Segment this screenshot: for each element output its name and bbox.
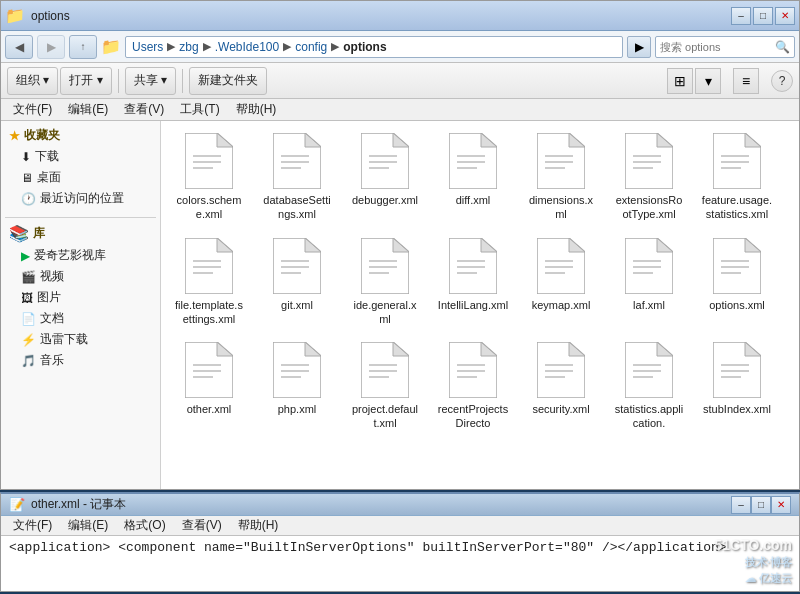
search-box: 🔍 (655, 36, 795, 58)
view-details-button[interactable]: ≡ (733, 68, 759, 94)
file-item[interactable]: IntelliLang.xml (433, 234, 513, 331)
menu-edit[interactable]: 编辑(E) (60, 99, 116, 120)
new-folder-button[interactable]: 新建文件夹 (189, 67, 267, 95)
share-button[interactable]: 共享 ▾ (125, 67, 176, 95)
maximize-button[interactable]: □ (753, 7, 773, 25)
file-item[interactable]: stubIndex.xml (697, 338, 777, 435)
file-item[interactable]: laf.xml (609, 234, 689, 331)
file-item[interactable]: ide.general.xml (345, 234, 425, 331)
address-path[interactable]: Users ▶ zbg ▶ .WebIde100 ▶ config ▶ opti… (125, 36, 623, 58)
svg-rect-2 (193, 155, 221, 157)
notepad-menu-help[interactable]: 帮助(H) (230, 515, 287, 536)
sidebar-item-music[interactable]: 🎵 音乐 (5, 350, 156, 371)
notepad-maximize[interactable]: □ (751, 496, 771, 514)
svg-rect-8 (281, 161, 309, 163)
path-config[interactable]: config (295, 40, 327, 54)
file-item[interactable]: debugger.xml (345, 129, 425, 226)
sidebar-item-download[interactable]: ⬇ 下载 (5, 146, 156, 167)
sidebar-item-desktop[interactable]: 🖥 桌面 (5, 167, 156, 188)
up-button[interactable]: ↑ (69, 35, 97, 59)
svg-marker-26 (657, 133, 673, 147)
file-item[interactable]: statistics.application. (609, 338, 689, 435)
search-input[interactable] (660, 41, 771, 53)
minimize-button[interactable]: – (731, 7, 751, 25)
svg-marker-91 (569, 342, 585, 356)
svg-rect-37 (193, 260, 221, 262)
notepad-text: <application> <component name="BuiltInSe… (9, 540, 727, 555)
notepad-menu-edit[interactable]: 编辑(E) (60, 515, 116, 536)
file-item[interactable]: security.xml (521, 338, 601, 435)
svg-marker-86 (481, 342, 497, 356)
svg-marker-56 (569, 238, 585, 252)
file-label: feature.usage.statistics.xml (701, 193, 773, 222)
search-icon[interactable]: 🔍 (775, 40, 790, 54)
file-label: security.xml (532, 402, 589, 416)
file-item[interactable]: diff.xml (433, 129, 513, 226)
svg-rect-104 (721, 376, 741, 378)
menu-view[interactable]: 查看(V) (116, 99, 172, 120)
sidebar-item-thunder[interactable]: ⚡ 迅雷下载 (5, 329, 156, 350)
notepad-menu-file[interactable]: 文件(F) (5, 515, 60, 536)
forward-button[interactable]: ▶ (37, 35, 65, 59)
svg-rect-77 (281, 364, 309, 366)
menu-tools[interactable]: 工具(T) (172, 99, 227, 120)
organize-button[interactable]: 组织 ▾ (7, 67, 58, 95)
file-item[interactable]: feature.usage.statistics.xml (697, 129, 777, 226)
notepad-icon: 📝 (9, 497, 25, 512)
path-zbg[interactable]: zbg (179, 40, 198, 54)
view-options-button[interactable]: ▾ (695, 68, 721, 94)
file-item[interactable]: file.template.settings.xml (169, 234, 249, 331)
file-item[interactable]: dimensions.xml (521, 129, 601, 226)
file-item[interactable]: git.xml (257, 234, 337, 331)
svg-rect-29 (633, 167, 653, 169)
file-icon (537, 342, 585, 398)
open-button[interactable]: 打开 ▾ (60, 67, 111, 95)
notepad-menu-view[interactable]: 查看(V) (174, 515, 230, 536)
notepad-minimize[interactable]: – (731, 496, 751, 514)
svg-rect-52 (457, 260, 485, 262)
file-item[interactable]: colors.scheme.xml (169, 129, 249, 226)
library-header[interactable]: 📚 库 (5, 222, 156, 245)
menu-file[interactable]: 文件(F) (5, 99, 60, 120)
file-item[interactable]: databaseSettings.xml (257, 129, 337, 226)
svg-rect-102 (721, 364, 749, 366)
file-icon (537, 133, 585, 189)
file-item[interactable]: options.xml (697, 234, 777, 331)
svg-marker-6 (305, 133, 321, 147)
file-item[interactable]: keymap.xml (521, 234, 601, 331)
file-icon (361, 238, 409, 294)
favorites-header[interactable]: ★ 收藏夹 (5, 125, 156, 146)
svg-rect-12 (369, 155, 397, 157)
watermark-site: 51CTO.com (714, 536, 792, 556)
file-item[interactable]: extensionsRootType.xml (609, 129, 689, 226)
file-label: laf.xml (633, 298, 665, 312)
notepad-menu-format[interactable]: 格式(O) (116, 515, 173, 536)
sidebar-item-video[interactable]: 🎬 视频 (5, 266, 156, 287)
svg-rect-42 (281, 260, 309, 262)
sidebar-item-recent[interactable]: 🕐 最近访问的位置 (5, 188, 156, 209)
star-icon: ★ (9, 129, 20, 143)
svg-rect-82 (369, 364, 397, 366)
path-webide[interactable]: .WebIde100 (215, 40, 280, 54)
file-item[interactable]: project.default.xml (345, 338, 425, 435)
menu-help[interactable]: 帮助(H) (228, 99, 285, 120)
back-button[interactable]: ◀ (5, 35, 33, 59)
address-go-button[interactable]: ▶ (627, 36, 651, 58)
help-button[interactable]: ? (771, 70, 793, 92)
file-label: ide.general.xml (349, 298, 421, 327)
title-bar-left: 📁 options (5, 6, 731, 25)
file-item[interactable]: recentProjectsDirecto (433, 338, 513, 435)
view-button[interactable]: ⊞ (667, 68, 693, 94)
sidebar-item-pictures[interactable]: 🖼 图片 (5, 287, 156, 308)
sidebar-item-iqiyi[interactable]: ▶ 爱奇艺影视库 (5, 245, 156, 266)
library-label: 库 (33, 225, 45, 242)
svg-rect-23 (545, 161, 573, 163)
file-item[interactable]: php.xml (257, 338, 337, 435)
sidebar-item-docs[interactable]: 📄 文档 (5, 308, 156, 329)
svg-rect-44 (281, 272, 301, 274)
path-users[interactable]: Users (132, 40, 163, 54)
file-item[interactable]: other.xml (169, 338, 249, 435)
svg-rect-64 (633, 272, 653, 274)
notepad-close[interactable]: ✕ (771, 496, 791, 514)
close-button[interactable]: ✕ (775, 7, 795, 25)
